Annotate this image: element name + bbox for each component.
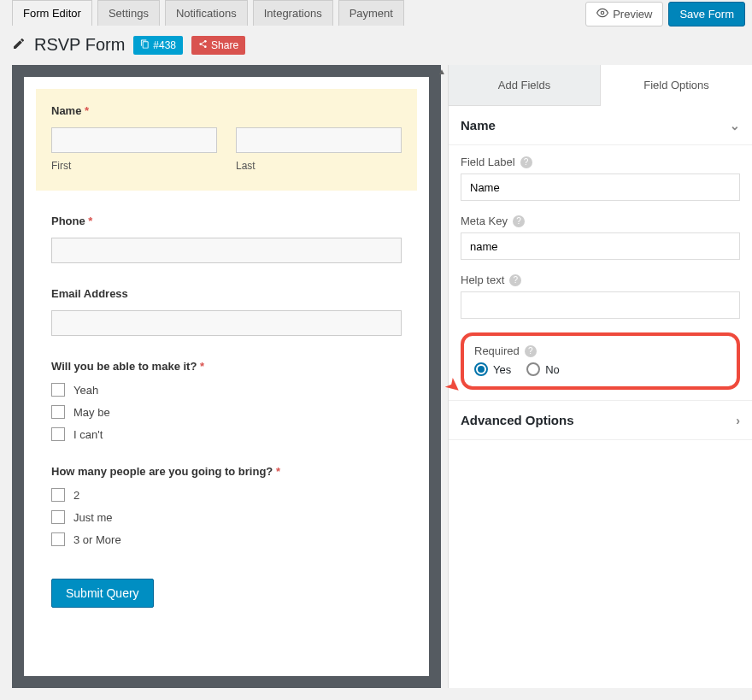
meta-key-label: Meta Key bbox=[461, 215, 508, 227]
attend-label: Will you be able to make it? * bbox=[51, 360, 402, 373]
help-icon[interactable]: ? bbox=[525, 345, 537, 357]
required-no[interactable]: No bbox=[526, 362, 560, 376]
tab-payment[interactable]: Payment bbox=[338, 0, 404, 26]
chevron-down-icon: ⌄ bbox=[730, 119, 740, 132]
help-icon[interactable]: ? bbox=[513, 215, 525, 227]
form-name: RSVP Form bbox=[34, 35, 125, 55]
svg-point-2 bbox=[199, 43, 202, 45]
checkbox-icon bbox=[51, 510, 65, 524]
tab-form-editor[interactable]: Form Editor bbox=[12, 0, 92, 26]
clipboard-icon bbox=[140, 39, 150, 51]
field-phone[interactable]: Phone * bbox=[51, 215, 402, 263]
checkbox-icon bbox=[51, 405, 65, 419]
people-option[interactable]: Just me bbox=[51, 510, 402, 524]
help-text-label: Help text bbox=[461, 274, 504, 286]
meta-key-input[interactable] bbox=[461, 232, 740, 260]
radio-icon bbox=[474, 362, 488, 376]
main-tabs: Form Editor Settings Notifications Integ… bbox=[12, 0, 404, 26]
advanced-options-toggle[interactable]: Advanced Options › bbox=[449, 400, 752, 440]
share-icon bbox=[198, 39, 208, 51]
form-id-label: #438 bbox=[153, 39, 176, 51]
attend-option[interactable]: I can't bbox=[51, 427, 402, 441]
field-label-input[interactable] bbox=[461, 174, 740, 201]
eye-icon bbox=[596, 7, 608, 21]
help-text-input[interactable] bbox=[461, 291, 740, 319]
checkbox-icon bbox=[51, 383, 65, 397]
scroll-up-icon: ▲ bbox=[438, 67, 446, 76]
required-yes[interactable]: Yes bbox=[474, 362, 511, 376]
field-attend[interactable]: Will you be able to make it? * Yeah May … bbox=[51, 360, 402, 441]
phone-input[interactable] bbox=[51, 238, 402, 263]
tab-field-options[interactable]: Field Options bbox=[601, 65, 752, 106]
tab-notifications[interactable]: Notifications bbox=[165, 0, 248, 26]
attend-option[interactable]: Yeah bbox=[51, 383, 402, 397]
share-label: Share bbox=[211, 39, 238, 51]
tab-integrations[interactable]: Integrations bbox=[253, 0, 333, 26]
help-icon[interactable]: ? bbox=[520, 156, 532, 168]
field-label-label: Field Label bbox=[461, 156, 515, 168]
tab-add-fields[interactable]: Add Fields bbox=[449, 65, 601, 106]
form-canvas: Name * First Last Phone * bbox=[12, 65, 441, 688]
pencil-icon[interactable] bbox=[12, 37, 26, 54]
required-highlight: ➤ Required? Yes No bbox=[461, 332, 740, 390]
last-name-input[interactable] bbox=[236, 127, 402, 153]
advanced-options-label: Advanced Options bbox=[461, 413, 574, 427]
share-button[interactable]: Share bbox=[191, 36, 245, 55]
svg-point-0 bbox=[601, 11, 604, 15]
email-input[interactable] bbox=[51, 310, 402, 336]
field-name[interactable]: Name * First Last bbox=[36, 89, 417, 191]
checkbox-icon bbox=[51, 532, 65, 546]
field-people[interactable]: How many people are you going to bring? … bbox=[51, 465, 402, 546]
name-label: Name * bbox=[51, 104, 402, 117]
people-option[interactable]: 2 bbox=[51, 488, 402, 502]
required-label: Required bbox=[474, 344, 520, 357]
field-email[interactable]: Email Address bbox=[51, 287, 402, 336]
first-sublabel: First bbox=[51, 160, 217, 172]
section-title: Name bbox=[461, 118, 496, 132]
svg-point-1 bbox=[204, 39, 207, 42]
phone-label: Phone * bbox=[51, 215, 402, 227]
chevron-right-icon: › bbox=[736, 414, 740, 427]
people-option[interactable]: 3 or More bbox=[51, 532, 402, 546]
svg-point-3 bbox=[204, 45, 207, 48]
checkbox-icon bbox=[51, 488, 65, 502]
email-label: Email Address bbox=[51, 287, 402, 300]
help-icon[interactable]: ? bbox=[509, 274, 521, 286]
tab-settings[interactable]: Settings bbox=[97, 0, 160, 26]
last-sublabel: Last bbox=[236, 160, 402, 172]
checkbox-icon bbox=[51, 427, 65, 441]
submit-button[interactable]: Submit Query bbox=[51, 579, 154, 608]
preview-button[interactable]: Preview bbox=[585, 2, 663, 26]
radio-icon bbox=[526, 362, 540, 376]
attend-option[interactable]: May be bbox=[51, 405, 402, 419]
first-name-input[interactable] bbox=[51, 127, 217, 153]
save-form-button[interactable]: Save Form bbox=[668, 2, 745, 26]
form-id-badge[interactable]: #438 bbox=[133, 36, 183, 55]
people-label: How many people are you going to bring? … bbox=[51, 465, 402, 478]
preview-label: Preview bbox=[613, 8, 652, 21]
section-name-toggle[interactable]: Name ⌄ bbox=[449, 106, 752, 145]
